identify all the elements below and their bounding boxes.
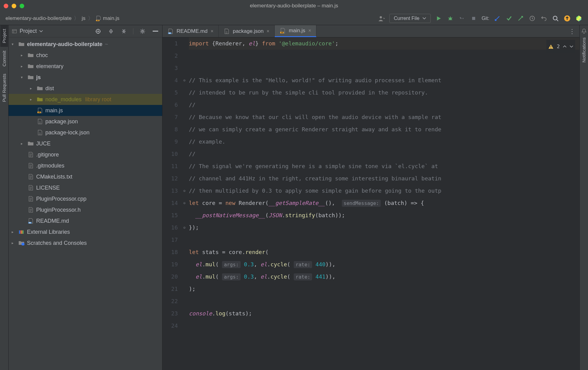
ide-services-button[interactable] [575, 15, 582, 22]
collapse-all-button[interactable] [120, 28, 128, 35]
code-line-14[interactable]: let core = new Renderer(__getSampleRate_… [189, 197, 579, 209]
titlebar: elementary-audio-boilerplate – main.js [0, 0, 588, 12]
more-run-button[interactable] [458, 15, 466, 22]
git-push-button[interactable] [517, 15, 524, 22]
bell-icon[interactable] [581, 28, 587, 34]
code-content[interactable]: import {Renderer, el} from '@elemaudio/c… [189, 37, 579, 370]
git-revert-button[interactable] [540, 15, 548, 22]
tool-tab-project[interactable]: Project [0, 25, 8, 47]
svg-rect-16 [12, 29, 17, 33]
code-line-24[interactable] [189, 320, 579, 332]
tree-item-pluginprocessor-cpp[interactable]: PluginProcessor.cpp [9, 193, 162, 204]
code-line-12[interactable]: // channel and 441Hz in the right, creat… [189, 172, 579, 185]
tree-item-choc[interactable]: ▸choc [9, 50, 162, 61]
code-line-19[interactable]: el.mul( args: 0.3, el.cycle( rate: 440))… [189, 258, 579, 271]
code-line-9[interactable]: // example. [189, 136, 579, 148]
editor-tab-package-json[interactable]: {}package.json× [219, 25, 275, 37]
code-line-4[interactable]: // This example is the "Hello, world!" o… [189, 74, 579, 87]
chevron-up-icon[interactable] [563, 45, 567, 48]
tree-item-elementary[interactable]: ▸elementary [9, 61, 162, 72]
stop-button[interactable] [470, 15, 477, 22]
code-line-3[interactable] [189, 62, 579, 74]
breadcrumb-folder[interactable]: js [82, 15, 85, 21]
settings-button[interactable] [139, 28, 146, 35]
svg-text:JS: JS [281, 32, 283, 33]
search-button[interactable] [552, 15, 559, 22]
user-icon[interactable] [378, 15, 385, 22]
code-line-7[interactable]: // Because we know that our cli will ope… [189, 111, 579, 123]
tree-scratches[interactable]: ▸Scratches and Consoles [9, 237, 162, 249]
tree-item-readme-md[interactable]: MDREADME.md [9, 215, 162, 226]
debug-button[interactable] [447, 15, 454, 22]
project-panel: Project ▾elementary-audio-boilerplate ~▸… [9, 25, 162, 370]
tree-item--gitmodules[interactable]: .gitmodules [9, 160, 162, 171]
tree-item-js[interactable]: ▾js [9, 72, 162, 83]
code-line-16[interactable]: }); [189, 222, 579, 234]
code-line-17[interactable] [189, 234, 579, 246]
tree-item--gitignore[interactable]: .gitignore [9, 149, 162, 160]
code-line-18[interactable]: let stats = core.render( [189, 246, 579, 258]
tree-item-license[interactable]: LICENSE [9, 182, 162, 193]
tool-tab-commit[interactable]: Commit [0, 47, 8, 70]
file-tree[interactable]: ▾elementary-audio-boilerplate ~▸choc▸ele… [9, 37, 162, 370]
tree-root[interactable]: ▾elementary-audio-boilerplate ~ [9, 39, 162, 50]
close-tab-icon[interactable]: × [308, 28, 311, 33]
editor-tab-main-js[interactable]: JSmain.js× [275, 25, 316, 37]
code-line-23[interactable]: console.log(stats); [189, 307, 579, 320]
project-icon [12, 29, 17, 34]
project-title[interactable]: Project [12, 28, 43, 34]
tree-item-dist[interactable]: ▸dist [9, 83, 162, 94]
svg-rect-54 [20, 230, 21, 234]
ide-updates-button[interactable] [563, 15, 571, 22]
expand-all-button[interactable] [107, 28, 115, 35]
select-opened-file-button[interactable] [94, 28, 102, 35]
code-line-6[interactable]: // [189, 99, 579, 111]
code-line-13[interactable]: // then multiplied by 0.3 to apply some … [189, 185, 579, 197]
tool-tab-notifications[interactable]: Notifications [580, 34, 588, 66]
run-config-selector[interactable]: Current File [389, 14, 431, 23]
editor-body[interactable]: 123456789101112131415161718192021222324 … [162, 37, 579, 370]
close-window-button[interactable] [4, 4, 8, 8]
code-line-1[interactable]: import {Renderer, el} from '@elemaudio/c… [189, 37, 579, 50]
code-line-10[interactable]: // [189, 148, 579, 160]
tree-item-package-json[interactable]: {}package.json [9, 116, 162, 127]
svg-text:MD: MD [169, 32, 171, 34]
tree-item-juce[interactable]: ▸JUCE [9, 138, 162, 149]
code-line-11[interactable]: // The signal we're generating here is a… [189, 160, 579, 172]
chevron-down-icon [39, 30, 43, 33]
chevron-down-icon[interactable] [570, 45, 573, 48]
minimize-window-button[interactable] [12, 4, 16, 8]
code-line-2[interactable] [189, 50, 579, 62]
editor-tab-readme-md[interactable]: MDREADME.md× [162, 25, 219, 37]
tabs-more-button[interactable]: ⋮ [565, 25, 579, 37]
code-line-8[interactable]: // we can simply create a generic Render… [189, 123, 579, 136]
tree-external-libraries[interactable]: ▸External Libraries [9, 226, 162, 237]
tree-item-node-modules[interactable]: ▸node_moduleslibrary root [9, 94, 162, 105]
code-line-20[interactable]: el.mul( args: 0.3, el.cycle( rate: 441))… [189, 271, 579, 283]
git-commit-button[interactable] [505, 15, 513, 22]
tree-item-cmakelists-txt[interactable]: CMakeLists.txt [9, 171, 162, 182]
tool-tab-pull-requests[interactable]: Pull Requests [0, 70, 8, 106]
breadcrumb-file[interactable]: JS main.js [96, 15, 120, 21]
tree-item-package-lock-json[interactable]: {}package-lock.json [9, 127, 162, 138]
run-button[interactable] [435, 15, 442, 22]
tree-item-main-js[interactable]: JSmain.js [9, 105, 162, 116]
git-update-button[interactable] [494, 15, 501, 22]
line-number-gutter[interactable]: 123456789101112131415161718192021222324 [162, 37, 183, 370]
svg-rect-11 [472, 17, 475, 20]
code-line-22[interactable] [189, 295, 579, 307]
breadcrumb-root[interactable]: elementary-audio-boilerplate [6, 15, 71, 21]
close-tab-icon[interactable]: × [267, 29, 269, 34]
inspection-badge[interactable]: 2 [546, 40, 575, 53]
git-history-button[interactable] [529, 15, 536, 22]
js-file-icon: JS [96, 16, 101, 21]
hide-panel-button[interactable] [152, 28, 159, 35]
code-line-15[interactable]: __postNativeMessage__(JSON.stringify(bat… [189, 209, 579, 222]
code-line-5[interactable]: // intended to be run by the simple cli … [189, 87, 579, 99]
maximize-window-button[interactable] [20, 4, 24, 8]
tree-item-pluginprocessor-h[interactable]: PluginProcessor.h [9, 204, 162, 215]
fold-gutter[interactable]: ⊖⊖⊖⊖ [183, 37, 189, 370]
code-line-21[interactable]: ); [189, 283, 579, 295]
chevron-down-icon [422, 17, 426, 20]
close-tab-icon[interactable]: × [211, 29, 213, 34]
